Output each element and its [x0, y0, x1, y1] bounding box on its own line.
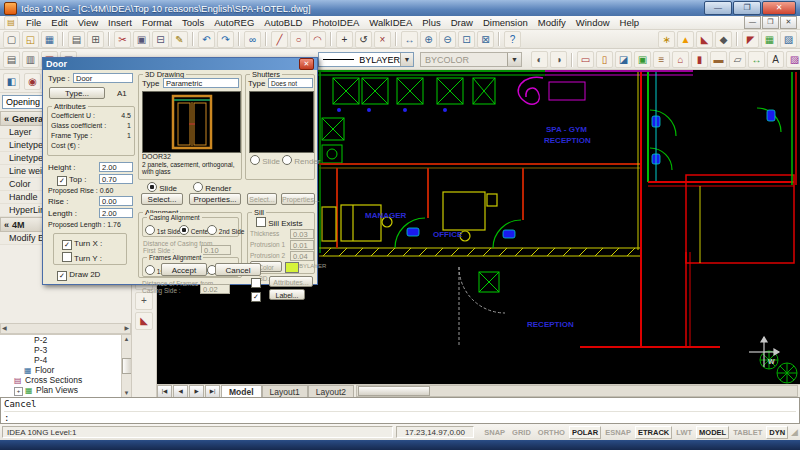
top-checkbox[interactable]: ✓ Top : — [57, 175, 86, 186]
menu-edit[interactable]: Edit — [46, 17, 72, 28]
casing-2nd-side-radio[interactable]: 2nd Side — [207, 225, 244, 235]
checkbox-icon[interactable] — [256, 217, 266, 227]
scroll-down-icon[interactable]: ▼ — [124, 390, 130, 396]
shade-icon[interactable]: ◐ — [531, 51, 548, 68]
checkbox-icon[interactable] — [62, 252, 72, 262]
snapshot-icon[interactable]: ◉ — [24, 73, 41, 90]
checkbox-icon[interactable]: ✓ — [57, 176, 67, 186]
render-radio[interactable]: Render — [193, 182, 231, 193]
undo-icon[interactable]: ↶ — [198, 31, 215, 48]
restore-button[interactable]: ❐ — [733, 1, 761, 15]
menu-format[interactable]: Format — [137, 17, 177, 28]
redo-icon[interactable]: ↷ — [217, 31, 234, 48]
length-field[interactable]: 2.00 — [99, 208, 133, 218]
tree-vscrollbar[interactable]: ▲ ▼ — [121, 335, 131, 397]
move-icon[interactable]: + — [336, 31, 353, 48]
erase-icon[interactable]: × — [374, 31, 391, 48]
line-icon[interactable]: ╱ — [271, 31, 288, 48]
rotate-icon[interactable]: ↺ — [355, 31, 372, 48]
save-icon[interactable]: ▦ — [41, 31, 58, 48]
menu-walkidea[interactable]: WalkIDEA — [364, 17, 417, 28]
scroll-thumb[interactable] — [358, 386, 430, 396]
roof-icon[interactable]: ⌂ — [672, 51, 689, 68]
radio-icon[interactable] — [145, 265, 155, 275]
slope-icon[interactable]: ◣ — [696, 31, 713, 48]
window-tool-icon[interactable]: ◪ — [615, 51, 632, 68]
zoom-extents-icon[interactable]: ⊠ — [477, 31, 494, 48]
rise-field[interactable]: 0.00 — [99, 196, 133, 206]
menu-draw[interactable]: Draw — [446, 17, 478, 28]
menu-autobld[interactable]: AutoBLD — [259, 17, 307, 28]
beam-icon[interactable]: ▬ — [710, 51, 727, 68]
door-tool-icon[interactable]: ▯ — [596, 51, 613, 68]
menu-help[interactable]: Help — [615, 17, 645, 28]
door-type-combo[interactable]: Door — [73, 73, 133, 83]
sill-exists-checkbox[interactable]: Sill Exists — [256, 217, 302, 228]
attributes-checkbox[interactable] — [251, 278, 261, 289]
menu-tools[interactable]: Tools — [177, 17, 209, 28]
checkbox-icon[interactable]: ✓ — [57, 271, 67, 281]
mdi-close-button[interactable]: ✕ — [780, 16, 797, 29]
sheet-nav-button[interactable]: ▶ — [189, 385, 204, 398]
tree-item-p-4[interactable]: P-4 — [0, 355, 121, 365]
mdi-restore-button[interactable]: ❐ — [762, 16, 779, 29]
grid-icon[interactable]: ▦ — [761, 31, 778, 48]
menu-view[interactable]: View — [73, 17, 103, 28]
close-button[interactable]: ✕ — [762, 1, 796, 15]
zoom-in-icon[interactable]: ⊕ — [420, 31, 437, 48]
properties-icon[interactable]: ▤ — [3, 51, 20, 68]
turn-y-checkbox[interactable]: Turn Y : — [62, 252, 102, 263]
column-icon[interactable]: ▮ — [691, 51, 708, 68]
stairs-icon[interactable]: ≡ — [653, 51, 670, 68]
tab-model[interactable]: Model — [221, 385, 262, 398]
tab-layout2[interactable]: Layout2 — [308, 385, 354, 398]
arc-icon[interactable]: ◠ — [309, 31, 326, 48]
layers-icon[interactable]: ▥ — [22, 51, 39, 68]
render-icon[interactable]: ∗ — [658, 31, 675, 48]
slab-icon[interactable]: ▱ — [729, 51, 746, 68]
properties-button[interactable]: Properties... — [189, 193, 241, 205]
resize-grip[interactable]: ◢ — [791, 427, 798, 437]
draw-2d-checkbox[interactable]: ✓ Draw 2D — [57, 270, 100, 281]
scroll-right-icon[interactable]: ▶ — [124, 324, 129, 333]
status-toggle-polar[interactable]: POLAR — [569, 426, 601, 439]
tree-expander-icon[interactable]: + — [14, 387, 23, 396]
pan-icon[interactable]: ↔ — [401, 31, 418, 48]
checkbox-icon[interactable]: ✓ — [251, 292, 261, 302]
status-toggle-ortho[interactable]: ORTHO — [535, 426, 568, 439]
turn-x-checkbox[interactable]: ✓ Turn X : — [62, 239, 102, 250]
mdi-minimize-button[interactable]: — — [744, 16, 761, 29]
scroll-thumb[interactable] — [122, 358, 132, 374]
copy-icon[interactable]: ▣ — [133, 31, 150, 48]
menu-plus[interactable]: Plus — [417, 17, 445, 28]
sheet-nav-button[interactable]: ▶| — [205, 385, 220, 398]
sheet-nav-button[interactable]: |◀ — [157, 385, 172, 398]
command-prompt[interactable]: : — [4, 411, 796, 423]
status-toggle-esnap[interactable]: ESNAP — [602, 426, 634, 439]
top-field[interactable]: 0.70 — [99, 174, 133, 184]
accept-button[interactable]: Accept — [161, 263, 207, 276]
sidebar-hscrollbar[interactable]: ◀ ▶ — [0, 323, 131, 334]
close-icon[interactable]: ✕ — [299, 58, 314, 70]
zoom-out-icon[interactable]: ⊖ — [439, 31, 456, 48]
text-icon[interactable]: A — [767, 51, 784, 68]
select-button[interactable]: Select... — [141, 193, 183, 205]
radio-icon[interactable] — [179, 225, 189, 235]
menu-insert[interactable]: Insert — [103, 17, 137, 28]
minimize-button[interactable]: — — [704, 1, 732, 15]
new-icon[interactable]: ▢ — [3, 31, 20, 48]
status-toggle-lwt[interactable]: LWT — [673, 426, 695, 439]
tree-item-cross-sections[interactable]: ▤Cross Sections — [0, 375, 121, 385]
warning-icon[interactable]: ▲ — [677, 31, 694, 48]
menu-photoidea[interactable]: PhotoIDEA — [307, 17, 364, 28]
move-icon[interactable]: + — [135, 292, 153, 310]
type-button[interactable]: Type... — [49, 87, 105, 99]
tree-item-plan-views[interactable]: +▦Plan Views — [0, 385, 121, 395]
menu-window[interactable]: Window — [571, 17, 615, 28]
tree-item-p-3[interactable]: P-3 — [0, 345, 121, 355]
slope-icon[interactable]: ◣ — [135, 312, 153, 330]
hyperlink-icon[interactable]: ∞ — [244, 31, 261, 48]
print-preview-icon[interactable]: ⊞ — [87, 31, 104, 48]
cancel-button[interactable]: Cancel — [215, 263, 261, 276]
door-dialog-titlebar[interactable]: Door ✕ — [43, 58, 317, 70]
